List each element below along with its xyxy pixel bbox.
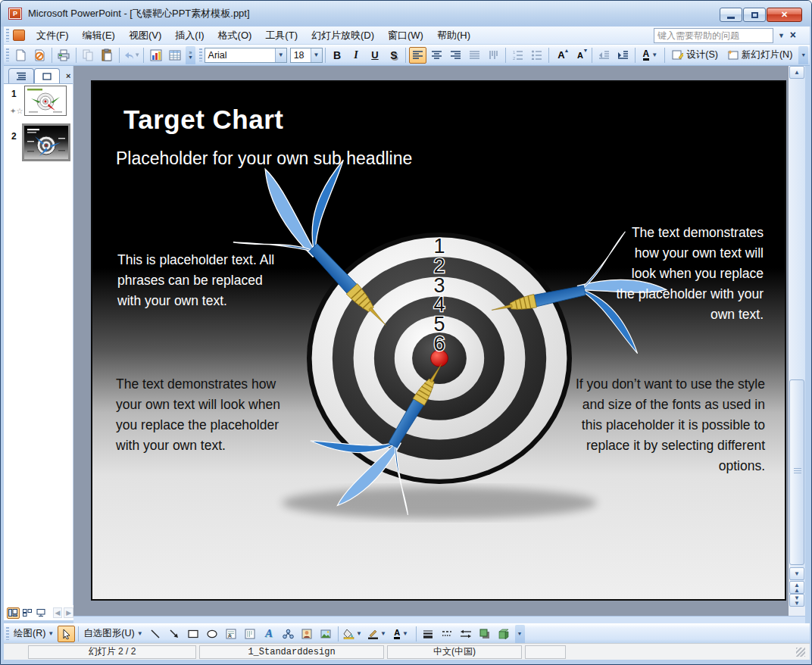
slide-1-thumbnail[interactable] — [24, 86, 67, 116]
line-color-button[interactable]: ▼ — [366, 626, 389, 642]
chevron-down-icon[interactable]: ▼ — [311, 48, 322, 62]
placeholder-text-bottom-right[interactable]: If you don’t want to use the style and s… — [567, 374, 765, 476]
insert-table-button[interactable] — [166, 47, 183, 64]
menu-view[interactable]: 视图(V) — [122, 27, 168, 45]
dash-style-button[interactable] — [439, 626, 456, 642]
draw-font-color-button[interactable]: A ▼ — [390, 626, 413, 642]
scroll-right-button[interactable]: ▶ — [64, 607, 73, 618]
bullets-button[interactable] — [528, 47, 545, 64]
placeholder-text-top-right[interactable]: The text demonstrates how your own text … — [612, 223, 764, 325]
status-language[interactable]: 中文(中国) — [387, 645, 522, 659]
text-box-button[interactable]: A — [223, 626, 240, 642]
close-menu-icon[interactable]: × — [790, 29, 796, 41]
copy-button[interactable] — [80, 47, 97, 64]
new-slide-button[interactable]: 新幻灯片(N) — [723, 47, 797, 63]
placeholder-text-top-left[interactable]: This is placeholder text. All phrases ca… — [117, 250, 283, 311]
slide-sorter-view-button[interactable] — [21, 607, 34, 619]
font-color-button[interactable]: A ▼ — [639, 47, 661, 64]
text-shadow-button[interactable]: S — [385, 47, 402, 64]
toolbar-options-button[interactable]: ▼ — [798, 46, 808, 64]
scroll-left-button[interactable]: ◀ — [53, 607, 63, 618]
menu-format[interactable]: 格式(O) — [211, 27, 259, 45]
toolbar-options-button[interactable]: ▼ — [515, 625, 525, 643]
font-name-combo[interactable]: Arial ▼ — [205, 48, 287, 63]
help-search-input[interactable] — [654, 30, 778, 41]
draw-menu-button[interactable]: 绘图(R) — [11, 627, 48, 640]
font-size-combo[interactable]: 18 ▼ — [290, 48, 323, 63]
align-left-button[interactable] — [409, 47, 426, 64]
normal-view-button[interactable] — [7, 607, 20, 619]
fill-color-button[interactable]: ▼ — [342, 626, 364, 642]
slideshow-view-button[interactable] — [35, 607, 48, 619]
next-slide-button[interactable]: ▼▼ — [789, 594, 804, 607]
previous-slide-button[interactable]: ▲▲ — [789, 581, 804, 594]
vertical-text-box-button[interactable] — [242, 626, 259, 642]
chevron-down-icon[interactable]: ▼ — [275, 48, 286, 62]
slide-2-thumbnail[interactable] — [22, 123, 70, 161]
print-button[interactable] — [55, 47, 73, 64]
horizontal-scrollbar[interactable] — [73, 616, 805, 623]
menu-tools[interactable]: 工具(T) — [258, 27, 304, 45]
permission-button[interactable] — [31, 47, 48, 64]
maximize-button[interactable] — [743, 8, 766, 22]
insert-chart-button[interactable] — [147, 47, 164, 64]
autoshapes-menu-button[interactable]: 自选图形(U) — [81, 627, 136, 640]
scroll-down-button[interactable]: ▼ — [789, 567, 804, 580]
3d-style-button[interactable] — [495, 626, 513, 642]
menu-edit[interactable]: 编辑(E) — [76, 27, 122, 45]
increase-font-size-button[interactable]: A▲ — [552, 47, 570, 64]
bold-button[interactable]: B — [328, 47, 345, 64]
tab-slides[interactable] — [34, 68, 60, 83]
slide-canvas[interactable]: Target Chart Placeholder for your own su… — [91, 80, 786, 601]
wordart-button[interactable]: A — [261, 626, 278, 642]
vertical-text-button[interactable] — [485, 47, 502, 64]
justify-button[interactable] — [466, 47, 483, 64]
help-search-box[interactable]: ▼ — [654, 28, 773, 43]
decrease-indent-button[interactable] — [595, 47, 613, 64]
chevron-down-icon[interactable]: ▼ — [778, 29, 785, 42]
scroll-up-button[interactable]: ▲ — [789, 66, 804, 79]
minimize-button[interactable] — [720, 8, 742, 22]
decrease-font-size-button[interactable]: A▼ — [571, 47, 589, 64]
toolbar-options-button[interactable]: »▼ — [186, 46, 195, 64]
menu-slideshow[interactable]: 幻灯片放映(D) — [304, 27, 381, 45]
diagram-button[interactable] — [280, 626, 297, 642]
align-center-button[interactable] — [428, 47, 445, 64]
status-design-name[interactable]: 1_Standarddesign — [199, 645, 384, 659]
scrollbar-thumb[interactable] — [789, 379, 804, 565]
toolbar-grip[interactable] — [6, 29, 9, 42]
increase-indent-button[interactable] — [614, 47, 632, 64]
resize-grip[interactable] — [796, 648, 805, 657]
menu-insert[interactable]: 插入(I) — [168, 27, 211, 45]
italic-button[interactable]: I — [347, 47, 364, 64]
design-button[interactable]: 设计(S) — [667, 47, 723, 63]
placeholder-text-bottom-left[interactable]: The text demonstrates how your own text … — [116, 374, 292, 456]
numbering-button[interactable]: 12 — [509, 47, 526, 64]
undo-button[interactable]: ▼ — [123, 47, 140, 64]
menu-file[interactable]: 文件(F) — [30, 27, 76, 45]
select-objects-button[interactable] — [58, 626, 75, 642]
cursor-arrow-icon — [62, 629, 71, 639]
toolbar-grip[interactable] — [6, 627, 9, 640]
line-style-button[interactable] — [420, 626, 437, 642]
oval-tool-button[interactable] — [204, 626, 221, 642]
line-tool-button[interactable] — [147, 626, 164, 642]
insert-picture-button[interactable] — [317, 626, 335, 642]
close-button[interactable]: ✕ — [767, 8, 802, 22]
menu-help[interactable]: 帮助(H) — [430, 27, 477, 45]
shadow-style-button[interactable] — [476, 626, 494, 642]
clip-art-button[interactable] — [298, 626, 316, 642]
menu-window[interactable]: 窗口(W) — [381, 27, 430, 45]
paste-button[interactable] — [98, 47, 116, 64]
toolbar-grip[interactable] — [199, 48, 202, 61]
new-document-button[interactable] — [12, 47, 30, 64]
rectangle-tool-button[interactable] — [185, 626, 202, 642]
align-right-button[interactable] — [447, 47, 464, 64]
vertical-scrollbar[interactable]: ▲ ▼ ▲▲ ▼▼ — [789, 66, 805, 607]
close-pane-icon[interactable]: × — [66, 71, 70, 80]
underline-button[interactable]: U — [366, 47, 383, 64]
arrow-style-button[interactable] — [458, 626, 475, 642]
arrow-tool-button[interactable] — [166, 626, 183, 642]
toolbar-grip[interactable] — [6, 48, 9, 61]
tab-outline[interactable] — [8, 68, 34, 83]
